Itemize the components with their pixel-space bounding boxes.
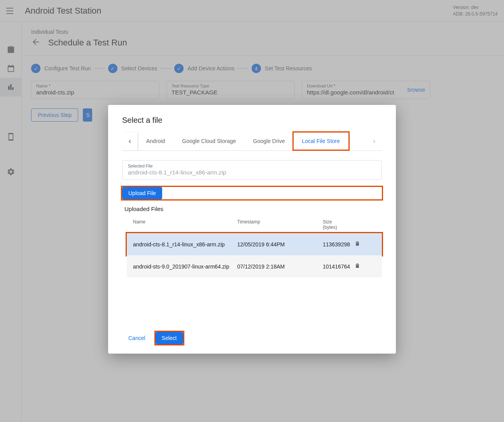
file-size: 101416764 [323, 263, 354, 270]
dialog-footer: Cancel Select [122, 324, 382, 344]
dialog-title: Select a file [122, 116, 382, 125]
delete-file-button[interactable] [354, 240, 366, 248]
tab-local-file-store[interactable]: Local File Store [294, 133, 348, 150]
chevron-right-icon [371, 138, 378, 145]
field-label: Selected File [128, 164, 376, 168]
upload-file-wrap: Upload File [122, 187, 382, 199]
uploaded-files-heading: Uploaded Files [124, 206, 382, 212]
select-button[interactable]: Select [156, 332, 183, 344]
col-size: Size (bytes) [323, 219, 354, 230]
modal-overlay: Select a file Android Google Cloud Stora… [0, 0, 504, 422]
chevron-left-icon [126, 138, 133, 145]
delete-file-button[interactable] [354, 262, 366, 270]
col-timestamp: Timestamp [237, 219, 323, 230]
upload-file-button[interactable]: Upload File [122, 187, 162, 199]
cancel-button[interactable]: Cancel [122, 332, 152, 344]
tabs-scroll-right[interactable] [366, 133, 382, 150]
tab-drive[interactable]: Google Drive [245, 133, 294, 150]
delete-icon [354, 262, 361, 269]
table-header: Name Timestamp Size (bytes) [127, 216, 382, 233]
tab-android[interactable]: Android [138, 133, 173, 150]
field-value: android-cts-8.1_r14-linux_x86-arm.zip [128, 169, 376, 176]
table-row[interactable]: android-sts-9.0_201907-linux-arm64.zip 0… [127, 255, 382, 277]
file-name: android-cts-8.1_r14-linux_x86-arm.zip [133, 241, 237, 248]
uploaded-files-table: Name Timestamp Size (bytes) android-cts-… [127, 216, 382, 277]
selected-file-field[interactable]: Selected File android-cts-8.1_r14-linux_… [122, 160, 382, 180]
table-row[interactable]: android-cts-8.1_r14-linux_x86-arm.zip 12… [127, 233, 382, 255]
tab-gcs[interactable]: Google Cloud Storage [173, 133, 245, 150]
file-timestamp: 07/12/2019 2:18AM [237, 263, 323, 270]
tabs-scroll-left[interactable] [122, 133, 138, 150]
file-name: android-sts-9.0_201907-linux-arm64.zip [133, 263, 237, 270]
delete-icon [354, 240, 361, 247]
col-name: Name [133, 219, 237, 230]
select-file-dialog: Select a file Android Google Cloud Stora… [108, 105, 396, 354]
file-timestamp: 12/05/2019 6:44PM [237, 241, 323, 248]
source-tabs: Android Google Cloud Storage Google Driv… [122, 133, 382, 151]
file-size: 113639298 [323, 241, 354, 248]
select-button-wrap: Select [156, 332, 183, 344]
